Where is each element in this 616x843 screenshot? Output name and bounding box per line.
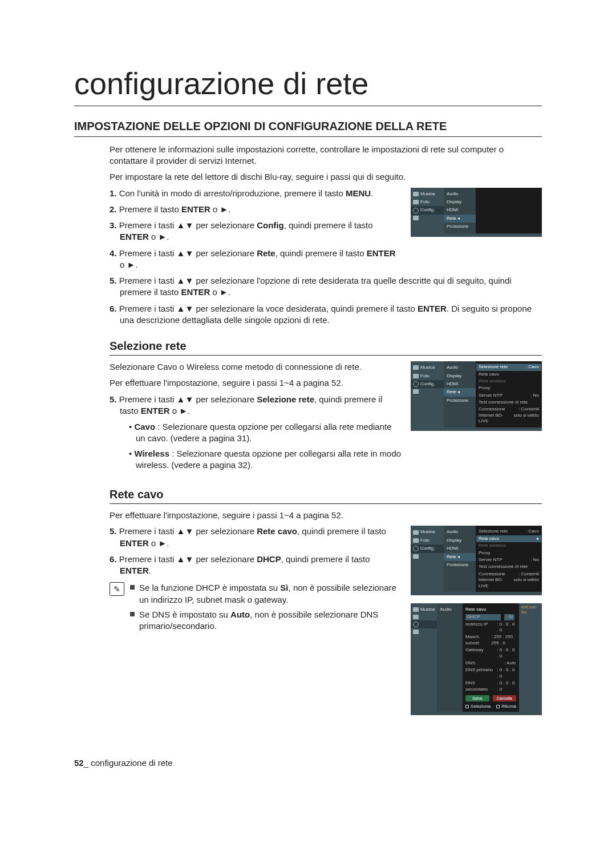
- note-2: Se DNS è impostato su Auto, non è possib…: [130, 609, 402, 632]
- disc-icon: [413, 216, 419, 220]
- return-icon: [496, 705, 500, 708]
- page-title: configurazione di rete: [74, 63, 542, 106]
- photo-icon: [413, 615, 419, 619]
- note-1: Se la funzione DHCP è impostata su Sì, n…: [130, 582, 402, 606]
- disc-icon: [413, 630, 419, 634]
- photo-icon: [413, 538, 419, 543]
- sel-step-5: 5. Premere i tasti ▲▼ per selezionare Se…: [110, 394, 402, 417]
- sel-bullet-wireless: Wireless : Selezionare questa opzione pe…: [129, 448, 402, 471]
- save-button: Salva: [465, 695, 489, 701]
- gear-icon: [413, 622, 419, 627]
- gear-icon: [413, 381, 419, 387]
- photo-icon: [413, 374, 419, 378]
- intro-paragraph-2: Per impostare la rete del lettore di dis…: [110, 171, 542, 183]
- step-5: 5. Premere i tasti ▲▼ per selezionare l'…: [110, 275, 542, 299]
- subheading-rete-cavo: Rete cavo: [110, 487, 542, 504]
- note-icon: ✎: [110, 582, 124, 596]
- cancel-button: Cancella: [493, 695, 516, 701]
- music-icon: [413, 607, 419, 612]
- cavo-step-6: 6. Premere i tasti ▲▼ per selezionare DH…: [110, 554, 402, 577]
- gear-icon: [413, 546, 419, 551]
- screenshot-rete-cavo-select: Musica Foto Config. Audio Display HDMI R…: [411, 526, 542, 595]
- music-icon: [413, 530, 419, 535]
- section-heading: IMPOSTAZIONE DELLE OPZIONI DI CONFIGURAZ…: [74, 119, 542, 137]
- cavo-paragraph-1: Per effettuare l'impostazione, seguire i…: [110, 510, 542, 521]
- music-icon: [413, 192, 419, 196]
- sel-paragraph-2: Per effettuare l'impostazione, seguire i…: [110, 377, 402, 389]
- step-4: 4. Premere i tasti ▲▼ per selezionare Re…: [110, 248, 402, 271]
- step-6: 6. Premere i tasti ▲▼ per selezionare la…: [110, 303, 542, 326]
- disc-icon: [413, 389, 419, 394]
- music-icon: [413, 365, 419, 370]
- cavo-step-5: 5. Premere i tasti ▲▼ per selezionare Re…: [110, 526, 402, 549]
- step-2: 2. Premere il tasto ENTER o ►.: [110, 204, 402, 215]
- screenshot-selezione-rete: Musica Foto Config. Audio Display HDMI R…: [411, 361, 542, 431]
- sel-paragraph-1: Selezionare Cavo o Wireless come metodo …: [110, 361, 402, 373]
- screenshot-rete-cavo-detail: Musica Audio Rete cavo DHCP: Sì Indirizz…: [411, 603, 542, 716]
- screenshot-config-menu: Musica Foto Config. Audio Display HDMI R…: [411, 188, 542, 237]
- sel-bullet-cavo: Cavo : Selezionare questa opzione per co…: [129, 421, 402, 445]
- step-1: 1. Con l'unità in modo di arresto/riprod…: [110, 188, 402, 199]
- step-3: 3. Premere i tasti ▲▼ per selezionare Co…: [110, 220, 402, 243]
- page-footer: 52_ configurazione di rete: [74, 757, 542, 769]
- gear-icon: [413, 208, 419, 213]
- photo-icon: [413, 200, 419, 204]
- select-icon: [465, 705, 469, 708]
- disc-icon: [413, 554, 419, 559]
- intro-paragraph-1: Per ottenere le informazioni sulle impos…: [110, 144, 542, 167]
- subheading-selezione-rete: Selezione rete: [110, 338, 542, 356]
